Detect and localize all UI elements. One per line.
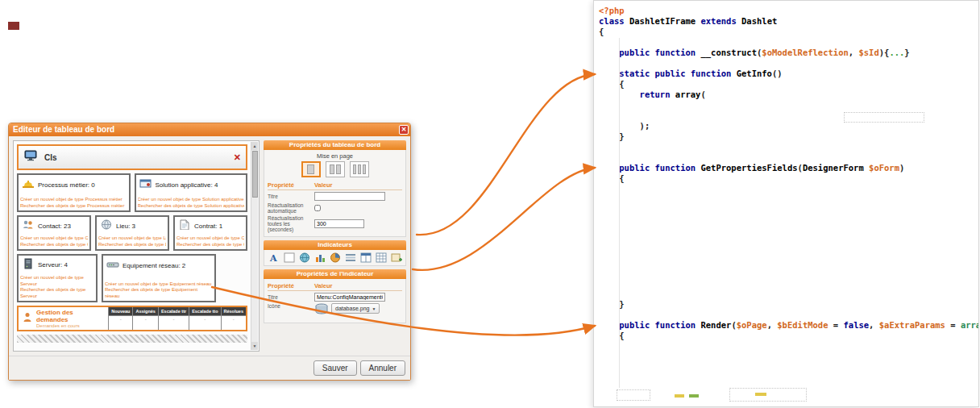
monitor-icon: [23, 150, 38, 164]
dashboard-title-input[interactable]: [314, 192, 385, 201]
create-link[interactable]: Créer un nouvel objet de type Equipement…: [105, 281, 213, 288]
code-line: [599, 278, 978, 289]
dialog-titlebar[interactable]: Editeur de tableau de bord ✕: [9, 123, 410, 136]
tile-row-1: Processus métier: 0Créer un nouvel objet…: [17, 173, 247, 212]
code-line: {: [599, 27, 978, 37]
scrollbar-thumb[interactable]: [252, 151, 258, 198]
search-link[interactable]: Rechercher des objets de type Contrat: [176, 242, 244, 248]
request-status-column: Escalade ttr-: [158, 307, 189, 330]
tile-solution-applicative[interactable]: Solution applicative: 4Créer un nouvel o…: [135, 173, 248, 212]
remove-group-icon[interactable]: ✕: [234, 152, 241, 163]
requests-group-left: Gestion des demandes Demandes en cours: [19, 307, 108, 330]
requests-group-tile[interactable]: Gestion des demandes Demandes en cours N…: [17, 306, 247, 331]
value-column-label: Valeur: [314, 181, 333, 189]
save-button[interactable]: Sauver: [314, 360, 357, 376]
search-link[interactable]: Rechercher des objets de type Lieu: [98, 242, 166, 248]
code-line: [599, 100, 978, 110]
request-status-column: Résolues-: [221, 307, 246, 330]
code-line: [599, 184, 978, 194]
blank-dashlet-icon[interactable]: [282, 252, 296, 264]
indicator-title-input[interactable]: [314, 293, 385, 302]
code-line: class DashletIFrame extends Dashlet: [599, 16, 978, 27]
web-dashlet-icon[interactable]: [297, 252, 311, 264]
indicator-properties-section: Propriétés de l'indicateur Propriété Val…: [264, 269, 406, 323]
create-link[interactable]: Créer un nouvel objet de type Solution a…: [138, 197, 245, 203]
column-value: -: [159, 316, 189, 330]
dropzone-hatch: [17, 335, 247, 343]
layout-option-three-columns[interactable]: [350, 161, 369, 177]
yellow-mark-artifact: [755, 393, 766, 396]
search-link[interactable]: Rechercher des objets de type Equipement…: [105, 287, 213, 299]
indicator-title-label: Titre: [268, 294, 314, 300]
column-value: -: [133, 316, 157, 330]
code-line: public function Render($oPage, $bEditMod…: [599, 320, 978, 331]
create-link[interactable]: Créer un nouvel objet de type Contact: [20, 235, 88, 242]
refresh-seconds-input[interactable]: [314, 219, 364, 228]
arrow-to-getpropertiesfields: [413, 168, 595, 270]
tile-contrat[interactable]: Contrat: 1Créer un nouvel objet de type …: [173, 215, 247, 251]
tile-label: Processus métier: 0: [38, 181, 95, 189]
refresh-seconds-label: Réactualisation toutes les (secondes): [268, 215, 314, 232]
tile-contact[interactable]: Contact: 23Créer un nouvel objet de type…: [17, 215, 91, 251]
code-line: [599, 58, 978, 69]
arrow-to-getinfo: [417, 74, 595, 235]
code-line: [599, 310, 978, 320]
column-header: Escalade tto: [189, 307, 220, 316]
indent-guide: [619, 38, 620, 388]
search-link[interactable]: Rechercher des objets de type Processus …: [20, 203, 127, 210]
list-dashlet-icon[interactable]: [343, 252, 357, 264]
icon-dropdown[interactable]: database.png ▼: [331, 303, 380, 314]
cis-group-label: CIs: [44, 153, 57, 162]
cis-group-tile[interactable]: CIs ✕: [17, 144, 247, 170]
tile-processus-metier[interactable]: Processus métier: 0Créer un nouvel objet…: [17, 173, 131, 212]
search-link[interactable]: Rechercher des objets de type Serveur: [20, 287, 94, 299]
server-icon: [22, 258, 35, 273]
tile-serveur[interactable]: Serveur: 4Créer un nouvel objet de type …: [17, 254, 98, 302]
search-link[interactable]: Rechercher des objets de type Contact: [20, 242, 88, 248]
column-header: Escalade ttr: [159, 307, 189, 316]
code-line: [599, 289, 978, 299]
code-line: }: [599, 299, 978, 310]
indicator-table-header: Propriété Valeur: [268, 281, 402, 291]
scroll-down-icon[interactable]: ▼: [251, 342, 258, 350]
code-line: [599, 373, 978, 383]
create-link[interactable]: Créer un nouvel objet de type Lieu: [98, 235, 166, 242]
preview-scrollbar[interactable]: ▲ ▼: [251, 142, 258, 350]
contract-icon: [178, 219, 191, 233]
code-line: }: [599, 131, 978, 142]
code-line: public function __construct($oModelRefle…: [599, 48, 978, 58]
cancel-button[interactable]: Annuler: [360, 360, 405, 376]
columns-dashlet-icon[interactable]: [359, 252, 372, 264]
code-lines: <?phpclass DashletIFrame extends Dashlet…: [599, 6, 978, 404]
text-dashlet-icon[interactable]: A: [267, 252, 280, 264]
search-link[interactable]: Rechercher des objets de type Solution a…: [138, 203, 245, 210]
tile-equipement-reseau[interactable]: Equipement réseau: 2Créer un nouvel obje…: [102, 254, 216, 302]
code-editor[interactable]: <?phpclass DashletIFrame extends Dashlet…: [593, 0, 979, 407]
bar-chart-dashlet-icon[interactable]: [313, 252, 326, 264]
column-value: -: [189, 316, 220, 330]
request-status-column: Nouveau-: [108, 307, 132, 330]
code-line: <?php: [599, 6, 978, 16]
close-icon[interactable]: ✕: [399, 125, 409, 135]
code-line: [599, 352, 978, 362]
auto-refresh-checkbox[interactable]: [314, 205, 321, 211]
create-link[interactable]: Créer un nouvel objet de type Contrat: [176, 235, 244, 242]
badge-dashlet-icon[interactable]: [389, 252, 403, 264]
scroll-up-icon[interactable]: ▲: [251, 142, 258, 150]
dialog-buttonpane: Sauver Annuler: [9, 356, 410, 380]
column-header: Résolues: [222, 307, 246, 316]
column-value: -: [222, 316, 246, 330]
pie-chart-dashlet-icon[interactable]: [328, 252, 342, 264]
tile-lieu[interactable]: Lieu: 3Créer un nouvel objet de type Lie…: [95, 215, 169, 251]
table-dashlet-icon[interactable]: [374, 252, 388, 264]
requests-group-title: Gestion des demandes: [36, 309, 105, 323]
icon-dropdown-value: database.png: [335, 306, 369, 311]
layout-option-two-columns[interactable]: [326, 161, 345, 177]
auto-refresh-label: Réactualisation automatique: [268, 202, 314, 214]
layout-option-one-column[interactable]: [301, 161, 321, 177]
dashboard-properties-header: Propriétés du tableau de bord: [264, 140, 406, 150]
chevron-down-icon: ▼: [372, 306, 376, 311]
create-link[interactable]: Créer un nouvel objet de type Processus …: [20, 197, 127, 203]
column-header: Nouveau: [109, 307, 132, 316]
create-link[interactable]: Créer un nouvel objet de type Serveur: [20, 275, 94, 287]
